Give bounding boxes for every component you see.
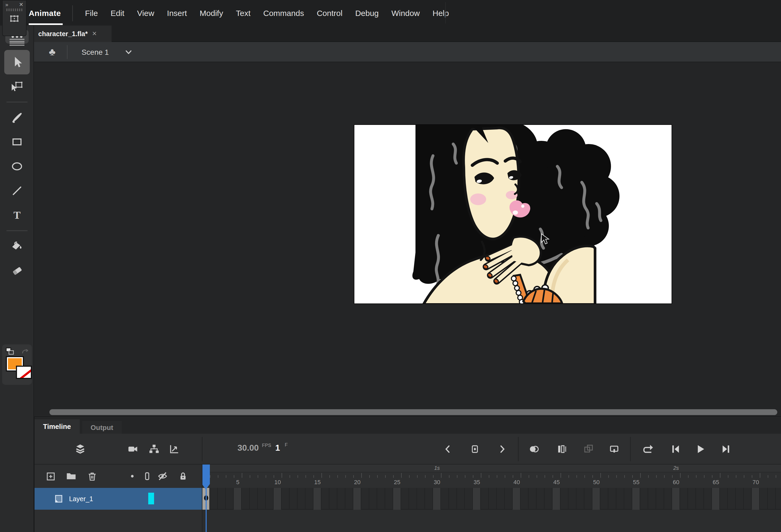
swap-colors-icon[interactable] xyxy=(21,346,30,356)
rectangle-tool[interactable] xyxy=(4,130,30,154)
layer-outline-color-swatch[interactable] xyxy=(148,493,154,504)
chevron-down-icon[interactable] xyxy=(124,47,133,56)
menu-window[interactable]: Window xyxy=(385,0,426,26)
ruler-tick xyxy=(242,473,242,478)
ruler-tick xyxy=(664,475,665,478)
ruler-tick xyxy=(337,475,338,478)
step-back-button[interactable] xyxy=(667,441,683,457)
menu-view[interactable]: View xyxy=(131,0,161,26)
timeline-ruler-grid[interactable]: 1s2s 510152025303540455055606570 xyxy=(202,464,781,532)
timeline-tab-output[interactable]: Output xyxy=(82,421,122,434)
menu-control[interactable]: Control xyxy=(310,0,349,26)
tick-band xyxy=(202,472,781,478)
menu-edit[interactable]: Edit xyxy=(104,0,131,26)
layer-parenting-button[interactable] xyxy=(146,441,162,457)
scene-breadcrumb[interactable]: Scene 1 xyxy=(82,48,109,56)
line-tool[interactable] xyxy=(4,178,30,203)
selection-tool[interactable] xyxy=(4,50,30,74)
tab-close-icon[interactable]: ✕ xyxy=(92,30,97,37)
ruler-tick xyxy=(768,475,768,478)
menu-modify[interactable]: Modify xyxy=(193,0,230,26)
ruler-tick xyxy=(425,475,425,478)
menu-help[interactable]: Help xyxy=(426,0,455,26)
insert-keyframe-icon xyxy=(470,444,480,454)
menu-commands[interactable]: Commands xyxy=(257,0,310,26)
ruler-tick xyxy=(736,475,736,478)
menu-items: FileEditViewInsertModifyTextCommandsCont… xyxy=(79,0,455,26)
toolbar-menu-handle[interactable] xyxy=(9,39,25,46)
horizontal-scrollbar[interactable] xyxy=(49,409,777,415)
lock-column-button[interactable] xyxy=(175,469,190,484)
seconds-band: 1s2s xyxy=(202,464,781,472)
ruler-tick xyxy=(656,475,657,478)
loop-playback-button[interactable] xyxy=(640,441,656,457)
ruler-tick xyxy=(561,473,561,478)
next-keyframe-button[interactable] xyxy=(494,441,510,457)
tools-panel: T xyxy=(0,26,34,532)
ruler-tick xyxy=(760,473,760,478)
default-colors-icon[interactable] xyxy=(5,346,14,356)
delete-layer-button[interactable] xyxy=(84,469,99,484)
ruler-tick xyxy=(401,473,402,478)
layer-row[interactable]: Layer_1 xyxy=(35,488,202,510)
toolbar-divider xyxy=(630,437,631,461)
onion-skin-outlines-button[interactable] xyxy=(553,441,570,457)
current-frame-value[interactable]: 1 xyxy=(267,443,280,453)
step-forward-icon xyxy=(721,443,732,455)
brush-tool[interactable] xyxy=(4,105,30,130)
play-button[interactable] xyxy=(692,441,708,457)
ruler-tick xyxy=(584,475,585,478)
ruler-tick xyxy=(608,475,609,478)
fps-value[interactable]: 30.00 xyxy=(226,443,259,453)
insert-keyframe-button[interactable] xyxy=(467,441,483,457)
scene-edit-bar: ♣ Scene 1 xyxy=(34,42,781,62)
layer-name[interactable]: Layer_1 xyxy=(69,495,93,502)
create-marker-button[interactable] xyxy=(606,441,622,457)
outline-column-button[interactable] xyxy=(140,469,155,484)
step-forward-button[interactable] xyxy=(718,441,734,457)
menu-debug[interactable]: Debug xyxy=(349,0,385,26)
ruler-tick xyxy=(776,475,776,478)
text-tool[interactable]: T xyxy=(4,203,30,228)
panel-grip-handle[interactable] xyxy=(6,8,22,11)
free-transform-tool[interactable] xyxy=(3,13,26,25)
new-layer-button[interactable] xyxy=(43,469,58,484)
menu-text[interactable]: Text xyxy=(230,0,257,26)
frames-area-empty xyxy=(202,510,781,532)
frame-number-10: 10 xyxy=(271,479,285,485)
layer-options-button[interactable] xyxy=(72,441,88,457)
layer-frames-row[interactable] xyxy=(202,488,781,510)
timeline-tab-timeline[interactable]: Timeline xyxy=(35,419,79,434)
menu-file[interactable]: File xyxy=(79,0,104,26)
ruler-tick xyxy=(497,475,497,478)
document-tab[interactable]: character_1.fla* ✕ xyxy=(34,26,112,42)
ruler-tick xyxy=(473,475,474,478)
show-all-column-button[interactable] xyxy=(125,469,140,484)
ruler-tick xyxy=(250,475,250,478)
stage-canvas[interactable] xyxy=(354,125,671,303)
pasteboard[interactable] xyxy=(34,62,781,417)
panel-close-button[interactable]: ✕ xyxy=(19,2,24,7)
layer-grid-divider[interactable] xyxy=(202,464,202,532)
ruler-tick xyxy=(544,475,545,478)
app-brand[interactable]: Animate xyxy=(29,0,61,26)
edit-multiple-frames-button[interactable] xyxy=(581,441,597,457)
ruler-tick xyxy=(385,475,386,478)
visibility-column-button[interactable] xyxy=(155,469,170,484)
previous-keyframe-button[interactable] xyxy=(440,441,456,457)
panel-collapse-button[interactable]: » xyxy=(5,2,8,7)
frame-unit-label: F xyxy=(285,442,288,448)
stroke-color-swatch[interactable] xyxy=(16,366,32,379)
subselection-tool[interactable] xyxy=(4,74,30,99)
paint-bucket-tool[interactable] xyxy=(4,234,30,258)
ruler-tick xyxy=(720,473,721,478)
new-folder-button[interactable] xyxy=(64,469,79,484)
oval-tool[interactable] xyxy=(4,154,30,178)
ruler-tick xyxy=(305,475,306,478)
onion-skin-button[interactable] xyxy=(526,441,542,457)
eraser-tool[interactable] xyxy=(4,258,30,283)
graph-editor-button[interactable] xyxy=(166,441,182,457)
menu-insert[interactable]: Insert xyxy=(161,0,193,26)
symbol-clubs-icon[interactable]: ♣ xyxy=(49,46,55,58)
add-camera-button[interactable] xyxy=(125,441,141,457)
